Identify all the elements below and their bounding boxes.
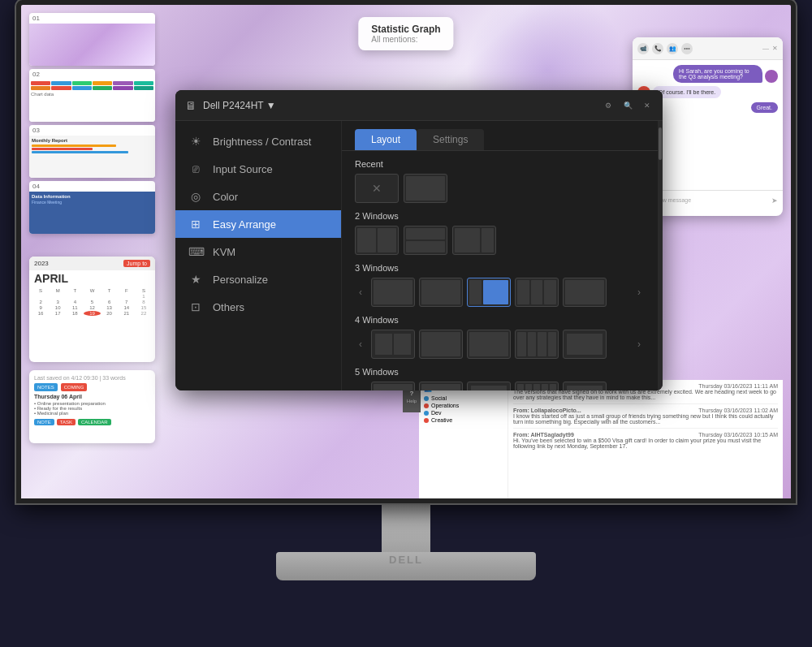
ddm-body: ☀ Brightness / Contrast ⎚ Input Source ◎… bbox=[175, 121, 663, 390]
chat-minimize[interactable]: — bbox=[762, 45, 769, 52]
sidebar-label-personalize: Personalize bbox=[213, 274, 268, 286]
layout-thumb-5-1[interactable] bbox=[371, 382, 415, 390]
ddm-panel: 🖥 Dell P2424HT ▼ ⚙ 🔍 ✕ bbox=[175, 90, 663, 390]
four-windows-section: 4 Windows ‹ bbox=[355, 315, 645, 359]
four-next-arrow[interactable]: › bbox=[633, 339, 645, 350]
four-windows-row: ‹ bbox=[355, 330, 645, 359]
chat-video-icon[interactable]: 📹 bbox=[637, 43, 649, 54]
thumbnail-3: 03 Monthly Report bbox=[29, 125, 155, 178]
five-windows-title: 5 Windows bbox=[355, 367, 645, 377]
four-windows-grid bbox=[371, 330, 628, 359]
others-icon: ⊡ bbox=[188, 300, 203, 313]
desktop-thumbnails: 01 02 Chart data 03 Monthly Report bbox=[29, 13, 155, 234]
monitor-stand-neck bbox=[382, 503, 430, 552]
monitor-screen-bezel: 01 02 Chart data 03 Monthly Report bbox=[16, 0, 796, 503]
recent-section: Recent ✕ bbox=[355, 159, 645, 203]
recent-title: Recent bbox=[355, 159, 645, 169]
calendar-widget: 2023 Jump to APRIL SMTWTFS 1 2345678 910… bbox=[29, 257, 155, 362]
three-next-arrow[interactable]: › bbox=[633, 287, 645, 298]
chat-bubble-incoming-1: Of course. I'll be there. bbox=[653, 86, 721, 98]
brightness-icon: ☀ bbox=[188, 135, 203, 148]
five-windows-row: ‹ bbox=[355, 382, 645, 390]
sidebar-label-brightness: Brightness / Contrast bbox=[213, 136, 311, 148]
sidebar-item-input[interactable]: ⎚ Input Source bbox=[175, 155, 341, 183]
layout-thumb-5-3[interactable] bbox=[467, 382, 511, 390]
sidebar-label-easy-arrange: Easy Arrange bbox=[213, 218, 276, 231]
three-prev-arrow[interactable]: ‹ bbox=[355, 287, 366, 298]
layout-thumb-5-4[interactable] bbox=[515, 382, 559, 390]
layout-thumb-2-main-right[interactable] bbox=[452, 226, 496, 255]
three-windows-title: 3 Windows bbox=[355, 263, 645, 273]
four-prev-arrow[interactable]: ‹ bbox=[355, 339, 366, 350]
layout-thumb-4-mixed-1[interactable] bbox=[419, 330, 463, 359]
layout-thumb-recent-single[interactable] bbox=[404, 174, 447, 203]
layout-thumb-x[interactable]: ✕ bbox=[355, 174, 399, 203]
thumbnail-1: 01 bbox=[29, 13, 155, 66]
monitor-screen-icon: 🖥 bbox=[185, 99, 197, 112]
three-windows-grid bbox=[371, 278, 628, 307]
monitor-stand-base: DELL bbox=[276, 552, 536, 580]
email-list: From: Georglamper2Thursday 03/16/2023 11… bbox=[508, 380, 783, 498]
sidebar-label-input: Input Source bbox=[213, 163, 273, 175]
groups-panel: 👥 GROUPS Social Operations Dev Creative bbox=[419, 380, 508, 498]
statistic-graph-widget: Statistic Graph All mentions: bbox=[358, 17, 453, 50]
sidebar-item-color[interactable]: ◎ Color bbox=[175, 183, 341, 210]
layout-thumb-4-mixed-4[interactable] bbox=[563, 330, 607, 359]
recent-row: ✕ bbox=[355, 174, 645, 203]
sidebar-label-others: Others bbox=[213, 301, 244, 313]
chat-call-icon[interactable]: 📞 bbox=[652, 43, 663, 54]
sidebar-label-kvm: KVM bbox=[213, 246, 235, 258]
ddm-layout-content: Recent ✕ bbox=[342, 151, 658, 390]
layout-thumb-5-2[interactable] bbox=[419, 382, 463, 390]
layout-thumb-4-mixed-3[interactable] bbox=[515, 330, 559, 359]
ddm-sidebar: ☀ Brightness / Contrast ⎚ Input Source ◎… bbox=[175, 121, 342, 390]
layout-thumb-2-col[interactable] bbox=[355, 226, 399, 255]
layout-thumb-5-5[interactable] bbox=[563, 382, 607, 390]
ddm-search-btn[interactable]: 🔍 bbox=[622, 100, 633, 111]
ddm-settings-btn[interactable]: ⚙ bbox=[603, 100, 614, 111]
ddm-close-btn[interactable]: ✕ bbox=[641, 100, 653, 111]
tab-settings[interactable]: Settings bbox=[417, 129, 484, 150]
sidebar-item-kvm[interactable]: ⌨ KVM bbox=[175, 238, 341, 265]
kvm-icon: ⌨ bbox=[188, 245, 203, 258]
five-windows-section: 5 Windows ‹ bbox=[355, 367, 645, 390]
bottom-panel: 👥 GROUPS Social Operations Dev Creative … bbox=[419, 380, 783, 498]
chat-bubble-outgoing-2: Great. bbox=[751, 102, 778, 113]
thumbnail-4: 04 Data Information Finance Meeting bbox=[29, 181, 155, 234]
chat-close[interactable]: ✕ bbox=[772, 45, 778, 52]
ddm-monitor-name: Dell P2424HT ▼ bbox=[203, 100, 276, 111]
color-icon: ◎ bbox=[188, 190, 203, 203]
personalize-icon: ★ bbox=[188, 273, 203, 286]
chat-bubble-outgoing-1: Hi Sarah, are you coming to the Q3 analy… bbox=[673, 65, 762, 83]
chat-group-icon[interactable]: 👥 bbox=[667, 43, 678, 54]
three-windows-section: 3 Windows ‹ bbox=[355, 263, 645, 307]
layout-thumb-2-row[interactable] bbox=[404, 226, 447, 255]
layout-thumb-3-right-main[interactable] bbox=[563, 278, 607, 307]
layout-thumb-3-left-main[interactable] bbox=[419, 278, 463, 307]
ddm-tabs: Layout Settings bbox=[342, 121, 658, 151]
chat-send-icon[interactable]: ➤ bbox=[771, 196, 778, 205]
two-windows-row bbox=[355, 226, 645, 255]
five-windows-grid bbox=[371, 382, 628, 390]
tab-layout[interactable]: Layout bbox=[355, 129, 417, 150]
two-windows-title: 2 Windows bbox=[355, 211, 645, 221]
layout-thumb-4-equal[interactable] bbox=[371, 330, 415, 359]
layout-thumb-3-top-row[interactable] bbox=[371, 278, 415, 307]
ddm-scrollbar-thumb[interactable] bbox=[659, 127, 662, 160]
chat-header: 📹 📞 👥 ••• — ✕ bbox=[633, 37, 783, 60]
sidebar-item-others[interactable]: ⊡ Others bbox=[175, 293, 341, 321]
layout-thumb-4-mixed-2[interactable] bbox=[467, 330, 511, 359]
layout-thumb-3-three-col[interactable] bbox=[515, 278, 559, 307]
ddm-main-content: Layout Settings Recent ✕ bbox=[342, 121, 658, 390]
ddm-scrollbar[interactable] bbox=[658, 121, 663, 390]
chat-more-icon[interactable]: ••• bbox=[681, 43, 693, 54]
layout-thumb-3-selected[interactable] bbox=[467, 278, 511, 307]
easy-arrange-icon: ⊞ bbox=[188, 218, 203, 231]
screen: 01 02 Chart data 03 Monthly Report bbox=[21, 5, 791, 498]
ddm-titlebar: 🖥 Dell P2424HT ▼ ⚙ 🔍 ✕ bbox=[175, 90, 663, 121]
sidebar-item-brightness[interactable]: ☀ Brightness / Contrast bbox=[175, 127, 341, 155]
sidebar-item-personalize[interactable]: ★ Personalize bbox=[175, 265, 341, 293]
sidebar-item-easy-arrange[interactable]: ⊞ Easy Arrange bbox=[175, 210, 341, 238]
dell-logo: DELL bbox=[276, 554, 536, 566]
notes-widget: Last saved on 4/12 09:30 | 33 words NOTE… bbox=[29, 370, 155, 443]
